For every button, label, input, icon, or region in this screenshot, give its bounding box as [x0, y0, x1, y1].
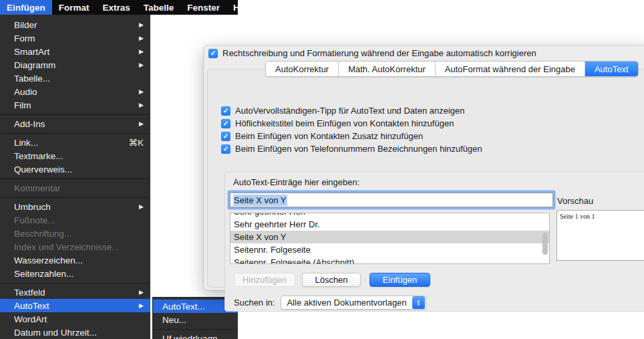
preview-label: Vorschau — [557, 196, 593, 206]
menu-item-umbruch[interactable]: Umbruch▶ — [0, 200, 150, 213]
list-item-selected[interactable]: Seite X von Y — [230, 231, 549, 243]
autocorrect-dialog: ✓ Rechtschreibung und Formatierung währe… — [204, 45, 644, 290]
add-button: Hinzufügen — [234, 273, 295, 287]
submenu-arrow-icon: ▶ — [139, 120, 144, 127]
delete-button[interactable]: Löschen — [302, 273, 361, 287]
menu-item-beschriftung: Beschriftung... — [0, 227, 150, 240]
submenu-arrow-icon: ▶ — [139, 102, 144, 108]
list-scrollbar-thumb[interactable] — [542, 233, 548, 255]
insert-button[interactable]: Einfügen — [369, 273, 430, 287]
autotext-tab-panel: ✓ AutoVervollständigen-Tipp für AutoText… — [207, 69, 644, 288]
menubar-item-extras[interactable]: Extras — [96, 0, 137, 15]
menubar-item-format[interactable]: Format — [52, 0, 96, 15]
menubar-item-hilfe[interactable]: Hil — [226, 0, 238, 15]
submenu-arrow-icon: ▶ — [139, 203, 144, 210]
menu-item-textfeld[interactable]: Textfeld▶ — [0, 286, 150, 299]
menu-item-wordart[interactable]: WordArt — [0, 312, 150, 326]
checkbox-label: Rechtschreibung und Formatierung während… — [222, 48, 536, 58]
menubar-item-tabelle[interactable]: Tabelle — [137, 0, 181, 15]
option-courtesy-title-checkbox[interactable]: ✓ Höflichkeitstitel beim Einfügen von Ko… — [221, 118, 454, 128]
menu-item-audio[interactable]: Audio▶ — [0, 85, 150, 98]
menubar-item-fenster[interactable]: Fenster — [180, 0, 226, 15]
menu-item-label: WordArt — [14, 314, 47, 324]
menu-item-label: Wasserzeichen... — [14, 255, 83, 265]
popup-stepper-icon: ▲ ▼ — [412, 296, 425, 309]
menu-item-label: Diagramm — [14, 60, 55, 70]
menu-item-label: Uf wiedrluagn — [162, 334, 218, 339]
menu-item-shortcut: ⌘K — [128, 137, 144, 148]
search-in-row: Suchen in: Alle aktiven Dokumentvorlagen… — [234, 296, 426, 310]
menu-item-label: Kommentar — [14, 183, 61, 193]
preview-box: Seite 1 von 1 — [556, 210, 644, 261]
menu-item-label: Index und Verzeichnisse... — [14, 242, 120, 252]
menu-item-form[interactable]: Form▶ — [0, 31, 150, 45]
preview-content: Seite 1 von 1 — [560, 213, 595, 220]
menu-separator — [153, 329, 238, 330]
option-phone-labels-checkbox[interactable]: ✓ Beim Einfügen von Telefonnummern Bezei… — [221, 144, 482, 154]
list-content: Sehr geehrter Herr Sehr geehrter Herr Dr… — [230, 213, 549, 264]
list-item[interactable]: Seitennr. Folgeseite (Abschnitt) — [230, 256, 549, 264]
menu-item-label: Querverweis... — [14, 164, 72, 175]
menu-item-smartart[interactable]: SmartArt▶ — [0, 45, 150, 58]
option-contact-suffix-checkbox[interactable]: ✓ Beim Einfügen von Kontakten Zusatz hin… — [221, 131, 423, 141]
search-in-popup[interactable]: Alle aktiven Dokumentvorlagen ▲ ▼ — [281, 296, 426, 310]
checkbox-checked-icon: ✓ — [221, 106, 230, 116]
menu-item-label: Seitenzahlen... — [14, 269, 73, 279]
menu-item-querverweis[interactable]: Querverweis... — [0, 162, 150, 176]
menu-item-label: Neu... — [162, 315, 186, 325]
checkbox-checked-icon: ✓ — [221, 144, 230, 154]
menu-item-add-ins[interactable]: Add-Ins▶ — [0, 117, 150, 130]
screen: Einfügen Format Extras Tabelle Fenster H… — [0, 0, 644, 339]
menu-separator — [0, 114, 150, 115]
menu-item-label: Bilder — [14, 20, 37, 30]
menu-item-diagramm[interactable]: Diagramm▶ — [0, 58, 150, 72]
menu-item-seitenzahlen[interactable]: Seitenzahlen... — [0, 267, 150, 280]
menu-item-label: Tabelle... — [14, 74, 50, 84]
autocorrect-master-checkbox[interactable]: ✓ Rechtschreibung und Formatierung währe… — [208, 48, 536, 58]
checkbox-label: Beim Einfügen von Telefonnummern Bezeich… — [235, 144, 482, 154]
submenu-item-uf-wiedrluagn[interactable]: Uf wiedrluagn — [153, 332, 238, 339]
submenu-arrow-icon: ▶ — [139, 48, 144, 55]
menu-item-label: AutoText — [14, 301, 49, 311]
stepper-down-icon: ▼ — [416, 303, 420, 306]
submenu-arrow-icon: ▶ — [139, 302, 144, 309]
tab-math-autokorrektur[interactable]: Math. AutoKorrektur — [339, 62, 436, 76]
autotext-entry-input[interactable]: Seite X von Y — [230, 193, 553, 207]
menu-item-label: Add-Ins — [14, 119, 45, 129]
checkbox-checked-icon: ✓ — [221, 119, 230, 128]
menu-item-datum-und-uhrzeit[interactable]: Datum und Uhrzeit... — [0, 326, 150, 339]
checkbox-label: AutoVervollständigen-Tipp für AutoText u… — [235, 106, 465, 116]
submenu-arrow-icon: ▶ — [139, 62, 144, 68]
checkbox-label: Beim Einfügen von Kontakten Zusatz hinzu… — [235, 131, 423, 141]
menu-item-label: Link... — [14, 138, 38, 148]
menu-item-fussnote: Fußnote... — [0, 213, 150, 227]
autotext-entries-group: AutoText-Einträge hier eingeben: Seite X… — [224, 171, 644, 312]
menu-separator — [0, 179, 150, 179]
menu-item-label: Audio — [14, 87, 37, 97]
menu-item-label: AutoText... — [162, 302, 205, 312]
submenu-item-neu[interactable]: Neu... — [153, 313, 238, 326]
tab-autokorrektur[interactable]: AutoKorrektur — [266, 62, 339, 76]
list-item[interactable]: Sehr geehrter Herr — [230, 213, 549, 218]
checkbox-label: Höflichkeitstitel beim Einfügen von Kont… — [235, 118, 454, 128]
menubar-item-einfuegen[interactable]: Einfügen — [0, 0, 52, 15]
list-item[interactable]: Seitennr. Folgeseite — [230, 243, 549, 256]
menu-item-wasserzeichen[interactable]: Wasserzeichen... — [0, 253, 150, 267]
menu-item-textmarke[interactable]: Textmarke... — [0, 149, 150, 162]
menu-item-kommentar: Kommentar — [0, 181, 150, 195]
menu-item-autotext[interactable]: AutoText▶ — [0, 299, 150, 312]
list-item[interactable]: Sehr geehrter Herr Dr. — [230, 218, 549, 231]
menu-item-tabelle[interactable]: Tabelle... — [0, 72, 150, 85]
menu-item-label: Datum und Uhrzeit... — [14, 328, 97, 338]
menu-item-label: Form — [14, 33, 35, 43]
tab-autotext[interactable]: AutoText — [585, 62, 638, 76]
popup-selected-value: Alle aktiven Dokumentvorlagen — [287, 298, 406, 308]
menu-item-bilder[interactable]: Bilder▶ — [0, 18, 150, 31]
menu-item-film[interactable]: Film▶ — [0, 98, 150, 112]
menu-item-link[interactable]: Link...⌘K — [0, 136, 150, 149]
tab-autoformat[interactable]: AutoFormat während der Eingabe — [436, 62, 585, 76]
option-autocomplete-tip-checkbox[interactable]: ✓ AutoVervollständigen-Tipp für AutoText… — [221, 106, 465, 116]
menu-item-label: Umbruch — [14, 202, 51, 212]
autotext-entries-list[interactable]: Sehr geehrter Herr Sehr geehrter Herr Dr… — [230, 213, 550, 264]
menu-item-label: SmartArt — [14, 47, 49, 57]
